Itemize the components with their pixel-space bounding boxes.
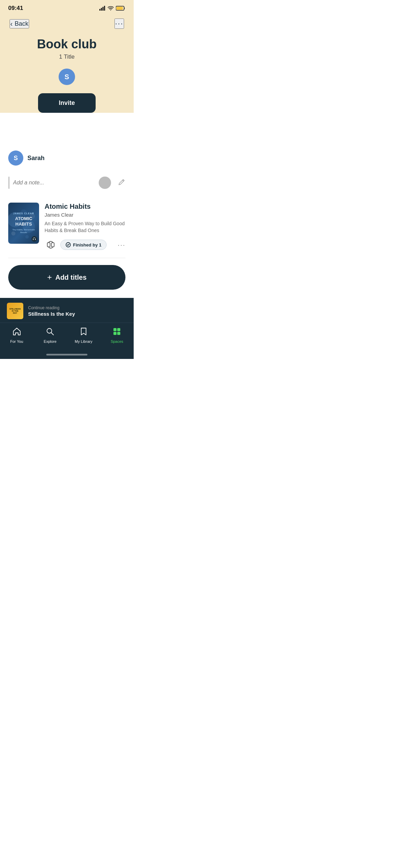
divider — [8, 258, 125, 258]
book-card: James Clear ATOMICHABITS Tiny Habits, Re… — [8, 194, 125, 256]
main-content: S Sarah James Clear ATOMICH — [0, 144, 134, 290]
book-actions: Finished by 1 ··· — [45, 239, 125, 251]
tab-explore[interactable]: Explore — [38, 327, 62, 343]
tab-bar: For You Explore My Library Space — [0, 323, 134, 352]
hero-curve — [0, 123, 134, 144]
tab-for-you-label: For You — [10, 339, 23, 343]
home-indicator — [0, 352, 134, 359]
tab-explore-label: Explore — [44, 339, 57, 343]
headphone-icon — [32, 236, 37, 242]
svg-rect-20 — [113, 332, 117, 335]
back-label: Back — [15, 20, 28, 27]
audio-icon[interactable] — [45, 239, 57, 251]
book-more-button[interactable]: ··· — [118, 241, 125, 249]
finished-count: Finished by 1 — [73, 242, 101, 248]
signal-icon — [99, 6, 106, 11]
player-bar[interactable]: STILLNESSIS THEKEY Continue reading Stil… — [0, 298, 134, 323]
player-cover: STILLNESSIS THEKEY — [7, 303, 23, 319]
tab-my-library[interactable]: My Library — [72, 327, 96, 343]
player-cover-text: STILLNESSIS THEKEY — [9, 308, 21, 314]
svg-rect-13 — [47, 243, 50, 247]
book-info: Atomic Habits James Clear An Easy & Prov… — [45, 203, 125, 251]
invite-button[interactable]: Invite — [38, 93, 95, 113]
user-row: S Sarah — [8, 144, 125, 171]
search-icon — [46, 327, 54, 338]
player-info: Continue reading Stillness Is the Key — [28, 305, 127, 317]
tab-for-you[interactable]: For You — [5, 327, 29, 343]
svg-rect-18 — [113, 328, 117, 331]
player-label: Continue reading — [28, 305, 127, 310]
book-title: Atomic Habits — [45, 203, 125, 210]
note-bar — [8, 177, 10, 189]
member-avatar[interactable]: S — [59, 69, 75, 85]
nav-row: ‹ Back ··· — [10, 19, 124, 29]
status-icons — [99, 6, 125, 11]
back-chevron-icon: ‹ — [10, 20, 13, 28]
edit-icon[interactable] — [118, 178, 125, 188]
tab-spaces[interactable]: Spaces — [105, 327, 129, 343]
tab-spaces-label: Spaces — [111, 339, 123, 343]
home-icon — [12, 327, 21, 338]
cover-subtitle-label: Tiny Habits, Remarkable Results — [11, 229, 36, 234]
back-button[interactable]: ‹ Back — [10, 19, 29, 28]
book-description: An Easy & Proven Way to Build Good Habit… — [45, 220, 125, 234]
note-circle — [99, 177, 111, 189]
svg-rect-1 — [101, 8, 102, 11]
book-cover[interactable]: James Clear ATOMICHABITS Tiny Habits, Re… — [8, 203, 39, 244]
user-name: Sarah — [27, 155, 45, 162]
status-time: 09:41 — [8, 5, 23, 12]
svg-rect-19 — [117, 328, 120, 331]
member-avatars: S — [10, 69, 124, 85]
svg-rect-0 — [99, 9, 100, 11]
svg-rect-3 — [104, 6, 105, 11]
more-button[interactable]: ··· — [114, 19, 124, 29]
cover-title-label: ATOMICHABITS — [15, 216, 32, 227]
page-title: Book club — [10, 37, 124, 51]
svg-point-4 — [110, 10, 111, 11]
tab-my-library-label: My Library — [75, 339, 92, 343]
svg-rect-21 — [117, 332, 120, 335]
player-title: Stillness Is the Key — [28, 311, 127, 317]
note-row — [8, 171, 125, 194]
add-titles-label: Add titles — [55, 274, 86, 281]
svg-line-17 — [51, 333, 54, 335]
book-author: James Clear — [45, 212, 125, 218]
status-bar: 09:41 — [0, 0, 134, 14]
svg-rect-2 — [102, 7, 104, 11]
battery-icon — [116, 6, 125, 11]
svg-point-12 — [25, 235, 29, 239]
add-titles-button[interactable]: + Add titles — [8, 265, 125, 290]
note-input[interactable] — [13, 180, 92, 186]
title-count: 1 Title — [10, 53, 124, 60]
grid-icon — [112, 327, 121, 338]
bookmark-icon — [79, 327, 88, 338]
user-avatar: S — [8, 150, 23, 166]
cover-author-label: James Clear — [13, 212, 34, 215]
home-bar — [46, 354, 87, 355]
svg-rect-6 — [117, 7, 123, 10]
hero-section: ‹ Back ··· Book club 1 Title S Invite — [0, 14, 134, 113]
finished-badge[interactable]: Finished by 1 — [60, 240, 107, 250]
plus-icon: + — [47, 273, 52, 282]
wifi-icon — [108, 6, 114, 11]
svg-rect-14 — [51, 243, 54, 247]
